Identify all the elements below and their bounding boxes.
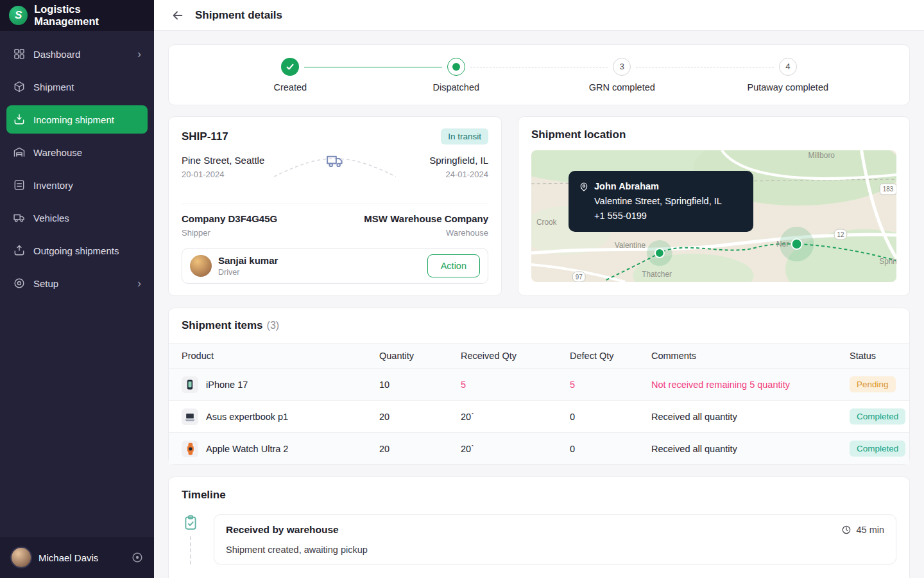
shipment-location-card: Shipment location Mi [518, 116, 910, 296]
progress-stepper: Created Dispatched 3 GRN completed 4 Put… [168, 44, 910, 105]
check-icon [281, 58, 299, 76]
comments-cell: Received all quantity [651, 412, 850, 422]
sidebar-item-label: Inventory [33, 180, 73, 191]
sidebar-item-inventory[interactable]: Inventory [6, 171, 148, 199]
table-row[interactable]: iPhone 17 10 5 5 Not received remaining … [169, 368, 909, 400]
product-name: iPhone 17 [206, 380, 248, 390]
origin-map-pin[interactable] [655, 249, 664, 258]
logo-icon: S [9, 6, 28, 25]
status-ring-icon[interactable] [131, 551, 144, 564]
duration-text: 45 min [856, 525, 884, 535]
user-name: Michael Davis [38, 552, 98, 563]
sidebar: S Logistics Management Dashboard › Shipm… [0, 0, 154, 578]
warehouse-role: Warehouse [364, 228, 488, 238]
received-qty-cell: 20` [461, 412, 570, 422]
sidebar-item-vehicles[interactable]: Vehicles [6, 204, 148, 232]
sidebar-item-outgoing-shipments[interactable]: Outgoing shipments [6, 236, 148, 265]
map-label-valentine: Valentine [615, 241, 646, 250]
shipper-role: Shipper [182, 228, 277, 238]
map-label-crook: Crook [536, 218, 557, 227]
gear-icon [13, 277, 26, 290]
step-label: GRN completed [589, 82, 655, 92]
received-qty-cell: 20` [461, 444, 570, 454]
contact-address: Valentine Street, Springfield, IL [579, 194, 743, 209]
driver-row: Sanjai kumar Driver Action [182, 248, 488, 284]
app-logo: S Logistics Management [0, 0, 154, 31]
destination-address: Springfield, IL [396, 155, 488, 166]
map-label-thatcher: Thatcher [642, 270, 672, 279]
items-title: Shipment items [182, 319, 263, 332]
svg-text:97: 97 [576, 274, 583, 281]
inventory-list-icon [13, 179, 26, 191]
chevron-right-icon: › [137, 48, 141, 60]
sidebar-item-label: Vehicles [33, 213, 69, 223]
destination-map-pin[interactable] [792, 239, 802, 249]
step-created: Created [207, 58, 373, 92]
contact-phone: +1 555-0199 [579, 209, 743, 223]
sidebar-item-label: Incoming shipment [33, 114, 114, 125]
status-badge: Pending [850, 376, 896, 392]
table-row[interactable]: Apple Watch Ultra 2 20 20` 0 Received al… [169, 432, 909, 464]
step-label: Putaway completed [747, 82, 828, 92]
driver-avatar [190, 255, 212, 277]
warehouse-icon [13, 146, 26, 159]
truck-icon [325, 151, 345, 170]
product-name: Asus expertbook p1 [206, 412, 288, 422]
truck-icon [13, 211, 26, 224]
clock-icon [841, 525, 851, 535]
driver-role: Driver [218, 268, 278, 277]
sidebar-item-warehouse[interactable]: Warehouse [6, 138, 148, 166]
avatar [10, 547, 32, 568]
back-arrow-icon[interactable] [171, 8, 185, 22]
column-header-product: Product [182, 351, 379, 361]
laptop-product-icon [182, 408, 198, 425]
timeline-duration: 45 min [841, 525, 884, 535]
sidebar-item-incoming-shipment[interactable]: Incoming shipment [6, 105, 148, 134]
column-header-received-qty: Received Qty [461, 351, 570, 361]
sidebar-item-label: Warehouse [33, 147, 82, 158]
map-label-spring: Spring [879, 257, 896, 266]
driver-location-tooltip: John Abraham Valentine Street, Springfie… [569, 171, 753, 232]
sidebar-item-label: Shipment [33, 82, 74, 92]
warehouse-info: MSW Warehouse Company Warehouse [364, 213, 488, 238]
map-label-nor: Nor [776, 240, 789, 249]
route-shield-97: 97 [572, 272, 585, 282]
page-title: Shipment details [195, 9, 282, 22]
route-path [274, 155, 396, 195]
table-header-row: Product Quantity Received Qty Defect Qty… [169, 344, 909, 368]
defect-qty-cell: 0 [570, 444, 651, 454]
map[interactable]: Millboro Crook Valentine Thatcher Nor Sp… [531, 150, 896, 282]
current-step-dot [447, 58, 465, 76]
status-badge: Completed [850, 441, 905, 457]
chevron-right-icon: › [137, 277, 141, 289]
sidebar-item-setup[interactable]: Setup › [6, 269, 148, 297]
action-button[interactable]: Action [427, 254, 480, 277]
clipboard-check-icon [182, 514, 199, 531]
location-pin-icon [579, 182, 589, 192]
route-summary: Pine Street, Seattle 20-01-2024 Springfi… [182, 155, 488, 195]
quantity-cell: 20 [379, 412, 461, 422]
box-icon [13, 80, 26, 93]
product-name: Apple Watch Ultra 2 [206, 444, 288, 454]
svg-text:12: 12 [837, 231, 844, 238]
contact-name: John Abraham [594, 179, 659, 194]
sidebar-item-label: Dashboard [33, 49, 80, 60]
shipper-info: Company D3F4G45G Shipper [182, 213, 277, 238]
step-grn-completed: 3 GRN completed [539, 58, 705, 92]
received-qty-cell: 5 [461, 380, 570, 390]
map-label-millboro: Millboro [808, 151, 835, 160]
dashboard-grid-icon [13, 48, 26, 60]
sidebar-nav: Dashboard › Shipment Incoming shipment W… [0, 31, 154, 311]
sidebar-item-label: Setup [33, 278, 58, 289]
incoming-arrow-icon [13, 113, 26, 126]
step-dispatched: Dispatched [373, 58, 540, 92]
sidebar-item-dashboard[interactable]: Dashboard › [6, 40, 148, 68]
main-content: Created Dispatched 3 GRN completed 4 Put… [154, 31, 924, 578]
sidebar-item-shipment[interactable]: Shipment [6, 73, 148, 101]
user-profile[interactable]: Michael Davis [0, 537, 154, 578]
table-row[interactable]: Asus expertbook p1 20 20` 0 Received all… [169, 400, 909, 432]
timeline-entry-title: Received by warehouse [226, 524, 339, 536]
status-badge: In transit [441, 128, 488, 144]
defect-qty-cell: 0 [570, 412, 651, 422]
shipment-summary-card: SHIP-117 In transit Pine Street, Seattle… [168, 116, 502, 296]
